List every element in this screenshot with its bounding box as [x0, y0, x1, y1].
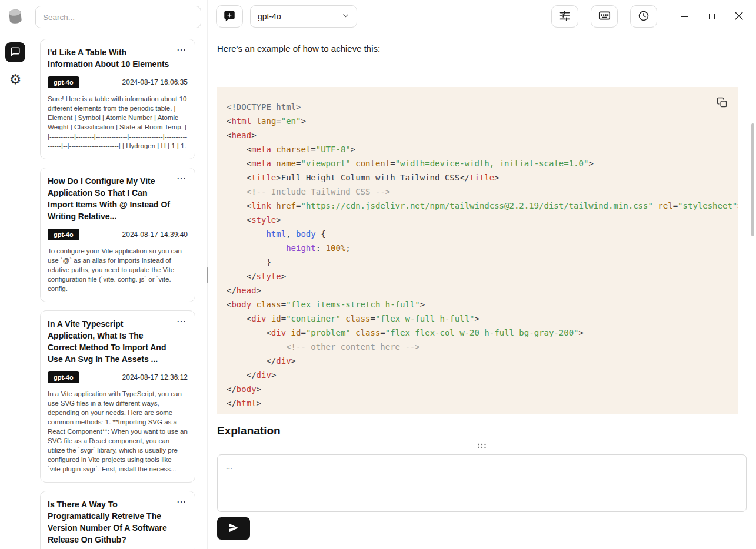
model-badge: gpt-4o: [48, 76, 79, 88]
conversation-card[interactable]: How Do I Configure My Vite Application S…: [40, 168, 195, 302]
conversation-card[interactable]: In A Vite Typescript Application, What I…: [40, 310, 195, 483]
app-logo-icon: [6, 7, 25, 28]
close-button[interactable]: [725, 5, 752, 28]
sidebar-resize-handle[interactable]: [207, 267, 208, 283]
conversation-title: In A Vite Typescript Application, What I…: [48, 318, 171, 365]
gear-icon: ⚙: [9, 73, 22, 86]
section-heading: Explanation: [217, 424, 738, 437]
conversation-list[interactable]: I'd Like A Table With Information About …: [31, 38, 207, 549]
chats-nav-button[interactable]: [5, 42, 25, 62]
conversation-sidebar: I'd Like A Table With Information About …: [31, 0, 207, 549]
settings-button[interactable]: ⚙: [5, 71, 25, 88]
close-icon: [735, 12, 743, 22]
conversation-title: How Do I Configure My Vite Application S…: [48, 175, 171, 222]
parameters-button[interactable]: [551, 5, 578, 28]
chat-scrollbar[interactable]: [751, 123, 754, 236]
grip-dots-icon: [477, 440, 487, 451]
code-content: <!DOCTYPE html><html lang="en"><head> <m…: [227, 100, 738, 410]
topbar: gpt-4o: [208, 0, 756, 33]
conversation-preview: To configure your Vite application so yo…: [48, 246, 188, 293]
window-controls: [671, 5, 752, 28]
code-horizontal-scroll[interactable]: <!DOCTYPE html><html lang="en"><head> <m…: [217, 100, 738, 414]
message-input[interactable]: [217, 454, 747, 512]
conversation-title: Is There A Way To Programatically Retrei…: [48, 498, 171, 545]
maximize-button[interactable]: [698, 5, 725, 28]
search-input[interactable]: [35, 6, 201, 28]
panel-resize-handle[interactable]: [208, 439, 756, 452]
conversation-timestamp: 2024-08-17 14:39:40: [122, 230, 188, 239]
conversation-timestamp: 2024-08-17 16:06:35: [122, 78, 188, 86]
main-panel: gpt-4o: [207, 0, 756, 549]
code-block: <!DOCTYPE html><html lang="en"><head> <m…: [217, 87, 738, 414]
assistant-message-text: Here's an example of how to achieve this…: [217, 43, 738, 53]
conversation-card[interactable]: I'd Like A Table With Information About …: [40, 39, 195, 159]
chat-message-area[interactable]: Here's an example of how to achieve this…: [208, 33, 756, 439]
chat-bubble-icon: [10, 46, 21, 59]
model-badge: gpt-4o: [48, 229, 79, 240]
minimize-icon: [681, 16, 688, 17]
minimize-button[interactable]: [671, 5, 698, 28]
model-badge: gpt-4o: [48, 371, 79, 383]
new-chat-icon: [224, 10, 235, 24]
history-button[interactable]: [630, 5, 657, 28]
clock-icon: [638, 10, 650, 24]
conversation-card[interactable]: Is There A Way To Programatically Retrei…: [40, 491, 195, 549]
conversation-menu-button[interactable]: ⋯: [175, 175, 188, 182]
conversation-timestamp: 2024-08-17 12:36:12: [122, 373, 188, 381]
conversation-preview: In a Vite application with TypeScript, y…: [48, 389, 188, 474]
conversation-menu-button[interactable]: ⋯: [175, 318, 188, 325]
conversation-menu-button[interactable]: ⋯: [175, 498, 188, 506]
new-chat-button[interactable]: [216, 5, 243, 28]
app-window: ⚙ I'd Like A Table With Information Abou…: [0, 0, 756, 549]
copy-icon: [717, 97, 728, 110]
keyboard-icon: [598, 9, 611, 24]
composer: [208, 452, 756, 549]
model-select-value: gpt-4o: [258, 12, 281, 21]
conversation-menu-button[interactable]: ⋯: [175, 46, 188, 53]
copy-code-button[interactable]: [714, 95, 730, 112]
keyboard-shortcuts-button[interactable]: [591, 5, 618, 28]
conversation-title: I'd Like A Table With Information About …: [48, 46, 171, 70]
conversation-preview: Sure! Here is a table with information a…: [48, 94, 188, 150]
send-button[interactable]: [217, 517, 250, 540]
send-icon: [228, 522, 239, 535]
model-select[interactable]: gpt-4o: [250, 5, 357, 28]
chevron-down-icon: [342, 12, 349, 21]
maximize-icon: [709, 14, 715, 19]
nav-rail: ⚙: [0, 0, 31, 549]
sliders-icon: [559, 10, 571, 24]
